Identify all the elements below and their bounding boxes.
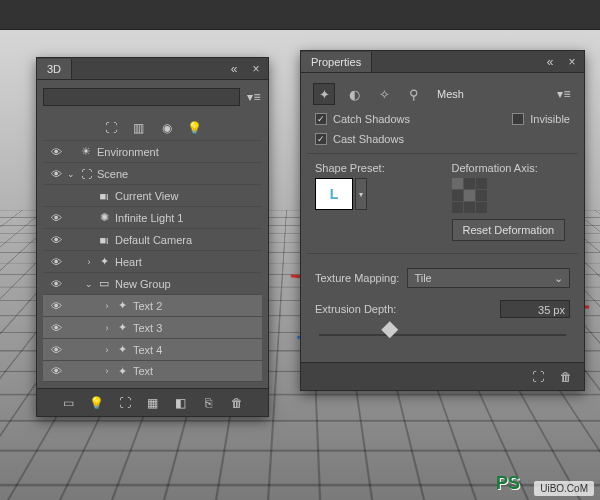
shape-preset-dropdown[interactable]: ▾ (355, 178, 367, 210)
filter-icons: ⛶ ▥ ◉ 💡 (43, 116, 262, 140)
shape-preset-thumb[interactable]: L (315, 178, 353, 210)
cast-shadows-checkbox[interactable]: ✓ (315, 133, 327, 145)
layer-row-heart[interactable]: 👁›✦Heart (43, 250, 262, 272)
disclosure-icon[interactable]: › (101, 301, 113, 311)
close-icon[interactable]: × (564, 54, 580, 70)
visibility-eye-icon[interactable]: 👁 (47, 300, 65, 312)
prop-tab-label: Mesh (437, 88, 464, 100)
prop-tab-deform-icon[interactable]: ◐ (343, 83, 365, 105)
visibility-eye-icon[interactable]: 👁 (47, 278, 65, 290)
catch-shadows-checkbox[interactable]: ✓ (315, 113, 327, 125)
filter-input[interactable] (43, 88, 240, 106)
deformation-axis-grid[interactable] (452, 178, 571, 213)
layer-name: Heart (113, 256, 258, 268)
extrusion-depth-value[interactable]: 35 px (500, 300, 570, 318)
disclosure-icon[interactable]: › (83, 257, 95, 267)
close-icon[interactable]: × (248, 61, 264, 77)
filter-scene-icon[interactable]: ⛶ (103, 120, 119, 136)
prop-tab-coord-icon[interactable]: ⚲ (403, 83, 425, 105)
panel-3d-tabbar: 3D « × (37, 58, 268, 80)
cast-shadows-label: Cast Shadows (333, 133, 404, 145)
tab-3d[interactable]: 3D (37, 59, 72, 79)
tab-properties[interactable]: Properties (301, 52, 372, 72)
texture-mapping-value: Tile (414, 272, 431, 284)
panel-3d-footer: ▭ 💡 ⛶ ▦ ◧ ⎘ 🗑 (37, 388, 268, 416)
visibility-eye-icon[interactable]: 👁 (47, 365, 65, 377)
invisible-checkbox[interactable] (512, 113, 524, 125)
panel-props-footer: ⛶ 🗑 (301, 362, 584, 390)
panel-menu-icon[interactable]: ▾≡ (246, 89, 262, 105)
layer-name: Scene (95, 168, 258, 180)
disclosure-icon[interactable]: › (101, 366, 113, 376)
layer-list: 👁☀Environment👁⌄⛶Scene■ιCurrent View👁✺Inf… (43, 140, 262, 382)
layer-row-default-camera[interactable]: 👁■ιDefault Camera (43, 228, 262, 250)
disclosure-icon[interactable]: ⌄ (65, 169, 77, 179)
texture-mapping-select[interactable]: Tile ⌄ (407, 268, 570, 288)
panel-menu-icon[interactable]: ▾≡ (556, 86, 572, 102)
mesh-icon: ✦ (113, 343, 131, 356)
camera-icon: ■ι (95, 190, 113, 202)
layer-row-text[interactable]: 👁›✦Text (43, 360, 262, 382)
visibility-eye-icon[interactable]: 👁 (47, 234, 65, 246)
camera-icon: ■ι (95, 234, 113, 246)
visibility-eye-icon[interactable]: 👁 (47, 256, 65, 268)
prop-tab-cap-icon[interactable]: ✧ (373, 83, 395, 105)
mesh-icon: ✦ (113, 321, 131, 334)
footer-light-icon[interactable]: 💡 (89, 395, 105, 411)
catch-shadows-label: Catch Shadows (333, 113, 410, 125)
slider-track (319, 334, 566, 336)
disclosure-icon[interactable]: › (101, 345, 113, 355)
layer-row-text-2[interactable]: 👁›✦Text 2 (43, 294, 262, 316)
footer-new-icon[interactable]: ⎘ (201, 395, 217, 411)
filter-light-icon[interactable]: 💡 (187, 120, 203, 136)
layer-name: Text 3 (131, 322, 258, 334)
footer-ground-icon[interactable]: ▦ (145, 395, 161, 411)
visibility-eye-icon[interactable]: 👁 (47, 344, 65, 356)
extrusion-depth-slider[interactable] (319, 326, 566, 344)
filter-mesh-icon[interactable]: ▥ (131, 120, 147, 136)
footer-add-icon[interactable]: ▭ (61, 395, 77, 411)
deformation-axis-label: Deformation Axis: (452, 162, 571, 174)
extrusion-depth-label: Extrusion Depth: (315, 303, 396, 315)
prop-tab-mesh-icon[interactable]: ✦ (313, 83, 335, 105)
group-icon: ▭ (95, 277, 113, 290)
visibility-eye-icon[interactable]: 👁 (47, 168, 65, 180)
panel-properties: Properties « × ✦ ◐ ✧ ⚲ Mesh ▾≡ ✓ Catch S… (300, 50, 585, 391)
light-icon: ✺ (95, 211, 113, 224)
panel-props-tabbar: Properties « × (301, 51, 584, 73)
env-icon: ☀ (77, 145, 95, 158)
footer-camera-icon[interactable]: ⛶ (117, 395, 133, 411)
layer-name: Default Camera (113, 234, 258, 246)
layer-row-current-view[interactable]: ■ιCurrent View (43, 184, 262, 206)
app-top-bar (0, 0, 600, 30)
visibility-eye-icon[interactable]: 👁 (47, 146, 65, 158)
reset-deformation-button[interactable]: Reset Deformation (452, 219, 566, 241)
chevron-down-icon: ⌄ (554, 272, 563, 285)
footer-render-icon[interactable]: ◧ (173, 395, 189, 411)
texture-mapping-label: Texture Mapping: (315, 272, 399, 284)
disclosure-icon[interactable]: › (101, 323, 113, 333)
layer-name: Text 4 (131, 344, 258, 356)
shape-preset-label: Shape Preset: (315, 162, 434, 174)
layer-row-environment[interactable]: 👁☀Environment (43, 140, 262, 162)
panel-3d: 3D « × ▾≡ ⛶ ▥ ◉ 💡 👁☀Environment👁⌄⛶Scene■… (36, 57, 269, 417)
layer-row-text-3[interactable]: 👁›✦Text 3 (43, 316, 262, 338)
layer-row-text-4[interactable]: 👁›✦Text 4 (43, 338, 262, 360)
layer-row-new-group[interactable]: 👁⌄▭New Group (43, 272, 262, 294)
trash-icon[interactable]: 🗑 (229, 395, 245, 411)
filter-material-icon[interactable]: ◉ (159, 120, 175, 136)
disclosure-icon[interactable]: ⌄ (83, 279, 95, 289)
mesh-icon: ✦ (113, 299, 131, 312)
visibility-eye-icon[interactable]: 👁 (47, 322, 65, 334)
layer-name: Text 2 (131, 300, 258, 312)
collapse-icon[interactable]: « (226, 61, 242, 77)
layer-row-scene[interactable]: 👁⌄⛶Scene (43, 162, 262, 184)
trash-icon[interactable]: 🗑 (558, 369, 574, 385)
visibility-eye-icon[interactable]: 👁 (47, 212, 65, 224)
render-icon[interactable]: ⛶ (530, 369, 546, 385)
layer-row-infinite-light-1[interactable]: 👁✺Infinite Light 1 (43, 206, 262, 228)
mesh-icon: ✦ (95, 255, 113, 268)
collapse-icon[interactable]: « (542, 54, 558, 70)
layer-name: Text (131, 365, 258, 377)
layer-name: Current View (113, 190, 258, 202)
